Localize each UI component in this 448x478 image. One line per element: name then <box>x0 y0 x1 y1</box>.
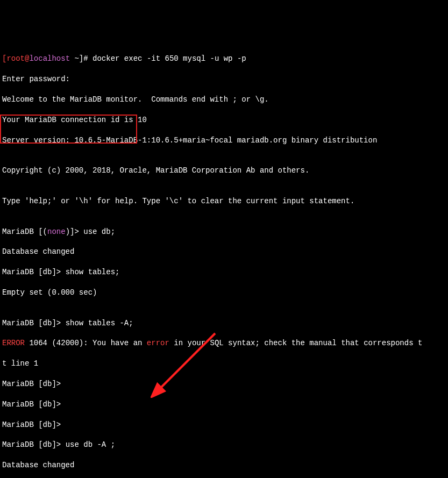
help-text: Type 'help;' or '\h' for help. Type '\c'… <box>2 196 446 206</box>
mariadb-prompt-db: MariaDB [db]> show tables; <box>2 267 446 277</box>
copyright-text: Copyright (c) 2000, 2018, Oracle, MariaD… <box>2 166 446 176</box>
prompt-db: MariaDB [db]> <box>2 319 66 327</box>
mariadb-prompt-db: MariaDB [db]> show tables -A; <box>2 318 446 329</box>
db-changed-text: Database changed <box>2 247 446 257</box>
prompt-db: MariaDB [db]> <box>2 268 66 276</box>
error-label: ERROR <box>2 339 25 347</box>
password-prompt: Enter password: <box>2 74 446 84</box>
error-text: in your SQL syntax; check the manual tha… <box>169 339 422 347</box>
error-text: 1064 (42000): You have an <box>25 339 147 347</box>
show-tables-a-command: show tables -A; <box>66 319 133 327</box>
terminal-output: [root@localhost ~]# docker exec -it 650 … <box>2 44 446 478</box>
db-changed-text: Database changed <box>2 460 446 470</box>
error-word: error <box>147 339 169 347</box>
use-db-a-command: use db -A ; <box>66 440 115 449</box>
prompt-suffix: )]> <box>66 227 84 236</box>
empty-set-text: Empty set (0.000 sec) <box>2 288 446 298</box>
server-version: Server version: 10.6.5-MariaDB-1:10.6.5+… <box>2 135 446 146</box>
shell-prompt-line: [root@localhost ~]# docker exec -it 650 … <box>2 54 446 64</box>
show-tables-command: show tables; <box>66 268 120 276</box>
mariadb-prompt-db: MariaDB [db]> <box>2 379 446 389</box>
prompt-path: ~]# <box>70 54 93 63</box>
prompt-prefix: MariaDB [( <box>2 227 47 236</box>
prompt-db-none: none <box>47 227 66 236</box>
prompt-host: localhost <box>29 54 70 63</box>
welcome-text: Welcome to the MariaDB monitor. Commands… <box>2 95 446 105</box>
mariadb-prompt-db: MariaDB [db]> <box>2 399 446 410</box>
mariadb-prompt-db: MariaDB [db]> use db -A ; <box>2 440 446 450</box>
prompt-db: MariaDB [db]> <box>2 440 66 449</box>
prompt-user: [root@ <box>2 54 29 63</box>
docker-command: docker exec -it 650 mysql -u wp -p <box>93 54 246 63</box>
mariadb-prompt-db: MariaDB [db]> <box>2 420 446 430</box>
use-db-command: use db; <box>83 227 115 236</box>
error-line-2: t line 1 <box>2 359 446 369</box>
mariadb-prompt-none: MariaDB [(none)]> use db; <box>2 227 446 237</box>
connection-id: Your MariaDB connection id is 10 <box>2 115 446 125</box>
error-line: ERROR 1064 (42000): You have an error in… <box>2 338 446 348</box>
